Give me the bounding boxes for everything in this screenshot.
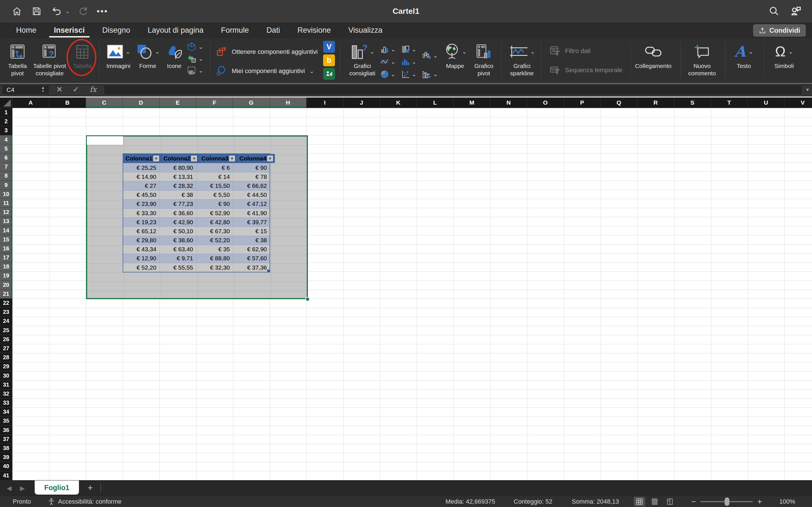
- line-chart-button[interactable]: ⌄: [380, 57, 401, 66]
- table-cell[interactable]: € 77,23: [160, 200, 196, 208]
- table-cell[interactable]: € 43,34: [123, 245, 160, 254]
- 3d-models-dropdown-icon[interactable]: ⌄: [198, 44, 203, 50]
- row-header-18[interactable]: 18: [0, 262, 12, 271]
- table-cell[interactable]: € 28,32: [160, 181, 196, 190]
- row-header-19[interactable]: 19: [0, 271, 12, 280]
- histogram-chart-dropdown-icon[interactable]: ⌄: [412, 58, 416, 65]
- recommended-charts-button[interactable]: ? ⌄ Grafici consigliati: [346, 41, 379, 77]
- recommended-pivot-tables-button[interactable]: ? Tabelle pivot consigliate: [32, 41, 68, 77]
- table-cell[interactable]: € 19,23: [123, 218, 160, 226]
- column-header-Q[interactable]: Q: [600, 98, 637, 108]
- column-header-V[interactable]: V: [785, 98, 812, 108]
- column-header-J[interactable]: J: [343, 98, 380, 108]
- text-button[interactable]: A ⌄ Testo: [730, 41, 758, 70]
- row-header-33[interactable]: 33: [0, 398, 12, 407]
- sheet-tab-foglio1[interactable]: Foglio1: [35, 481, 79, 495]
- page-break-view-button[interactable]: [664, 497, 676, 506]
- tab-home[interactable]: Home: [7, 22, 45, 38]
- bing-maps-addin-icon[interactable]: b: [323, 54, 335, 66]
- previous-sheet-icon[interactable]: ◀: [7, 485, 11, 492]
- undo-dropdown-icon[interactable]: ⌄: [65, 8, 70, 14]
- row-header-40[interactable]: 40: [0, 462, 12, 471]
- table-cell[interactable]: € 6: [197, 163, 233, 172]
- formula-bar-expand-icon[interactable]: ▼: [805, 88, 810, 93]
- histogram-chart-button[interactable]: ⌄: [401, 57, 422, 66]
- insert-function-icon[interactable]: fx: [90, 85, 97, 94]
- table-cell[interactable]: € 62,90: [233, 245, 270, 254]
- enter-icon[interactable]: ✓: [73, 85, 79, 94]
- row-header-20[interactable]: 20: [0, 281, 12, 290]
- row-header-39[interactable]: 39: [0, 453, 12, 462]
- table-cell[interactable]: € 65,12: [123, 227, 160, 235]
- filter-dropdown-icon[interactable]: ▼: [228, 155, 236, 162]
- row-header-16[interactable]: 16: [0, 244, 12, 253]
- row-header-26[interactable]: 26: [0, 335, 12, 344]
- formula-input[interactable]: [104, 85, 802, 95]
- row-header-29[interactable]: 29: [0, 362, 12, 371]
- link-button[interactable]: Collegamento: [635, 41, 672, 70]
- row-header-30[interactable]: 30: [0, 371, 12, 380]
- table-header-colonna1[interactable]: Colonna1▼: [123, 154, 161, 163]
- row-header-17[interactable]: 17: [0, 253, 12, 262]
- table-cell[interactable]: € 52,20: [197, 236, 233, 245]
- zoom-level[interactable]: 100%: [779, 496, 795, 507]
- scatter-chart-button[interactable]: ⌄: [401, 70, 422, 79]
- table-header-colonna2[interactable]: Colonna2▼: [161, 154, 199, 163]
- next-sheet-icon[interactable]: ▶: [20, 485, 25, 492]
- row-header-41[interactable]: 41: [0, 471, 12, 480]
- table-cell[interactable]: € 57,60: [233, 254, 270, 263]
- table-cell[interactable]: € 9,71: [160, 254, 196, 263]
- name-box-spinner[interactable]: ▲▼: [41, 86, 45, 93]
- row-header-35[interactable]: 35: [0, 416, 12, 426]
- table-cell[interactable]: € 38: [233, 236, 270, 245]
- table-cell[interactable]: € 38: [160, 190, 196, 200]
- row-header-34[interactable]: 34: [0, 407, 12, 416]
- table-cell[interactable]: € 41,90: [233, 209, 270, 217]
- symbols-button[interactable]: Ω ⌄ Simboli: [768, 41, 800, 70]
- filter-dropdown-icon[interactable]: ▼: [153, 155, 160, 162]
- row-header-28[interactable]: 28: [0, 353, 12, 362]
- pictures-button[interactable]: ⌄ Immagini: [104, 41, 133, 70]
- screenshot-dropdown-icon[interactable]: ⌄: [198, 67, 203, 74]
- table-cell[interactable]: € 90: [197, 200, 233, 208]
- table-cell[interactable]: € 42,80: [197, 218, 233, 226]
- row-header-7[interactable]: 7: [0, 162, 12, 171]
- undo-icon[interactable]: [50, 5, 63, 17]
- tab-inserisci[interactable]: Inserisci: [45, 22, 94, 38]
- column-header-A[interactable]: A: [12, 98, 49, 108]
- table-cell[interactable]: € 15,50: [197, 181, 233, 190]
- column-header-H[interactable]: H: [270, 98, 306, 108]
- save-icon[interactable]: [31, 5, 43, 17]
- table-header-colonna4[interactable]: Colonna4▼: [237, 154, 275, 163]
- my-add-ins-dropdown-icon[interactable]: ⌄: [309, 68, 314, 74]
- tab-visualizza[interactable]: Visualizza: [340, 22, 391, 38]
- table-cell[interactable]: € 35: [197, 245, 233, 254]
- column-header-L[interactable]: L: [417, 98, 453, 108]
- row-header-2[interactable]: 2: [0, 117, 12, 126]
- table-cell[interactable]: € 42,90: [160, 218, 196, 226]
- row-header-22[interactable]: 22: [0, 299, 12, 307]
- column-header-G[interactable]: G: [233, 98, 270, 108]
- table-cell[interactable]: € 67,30: [197, 227, 233, 235]
- pie-chart-button[interactable]: ⌄: [380, 70, 401, 79]
- sparklines-button[interactable]: ⌄ Grafici sparkline: [506, 41, 537, 77]
- row-header-12[interactable]: 12: [0, 208, 12, 217]
- row-header-4[interactable]: 4: [0, 135, 12, 145]
- table-cell[interactable]: € 52,20: [123, 263, 160, 272]
- table-cell[interactable]: € 80,90: [160, 163, 196, 172]
- column-header-N[interactable]: N: [490, 98, 527, 108]
- smartart-button[interactable]: ⌄: [187, 54, 203, 63]
- table-cell[interactable]: € 33,30: [123, 209, 160, 217]
- table-cell[interactable]: € 50,10: [160, 227, 196, 235]
- column-header-C[interactable]: C: [86, 98, 123, 108]
- row-header-15[interactable]: 15: [0, 235, 12, 244]
- screenshot-button[interactable]: ⌄: [187, 66, 203, 75]
- table-cell[interactable]: € 45,50: [123, 190, 160, 200]
- scatter-chart-dropdown-icon[interactable]: ⌄: [412, 71, 416, 77]
- search-icon[interactable]: [768, 5, 780, 17]
- column-chart-dropdown-icon[interactable]: ⌄: [391, 46, 396, 53]
- text-dropdown-icon[interactable]: ⌄: [749, 48, 753, 55]
- tab-formule[interactable]: Formule: [212, 22, 258, 38]
- table-cell[interactable]: € 52,90: [197, 209, 233, 217]
- new-comment-button[interactable]: Nuovo commento: [685, 41, 719, 77]
